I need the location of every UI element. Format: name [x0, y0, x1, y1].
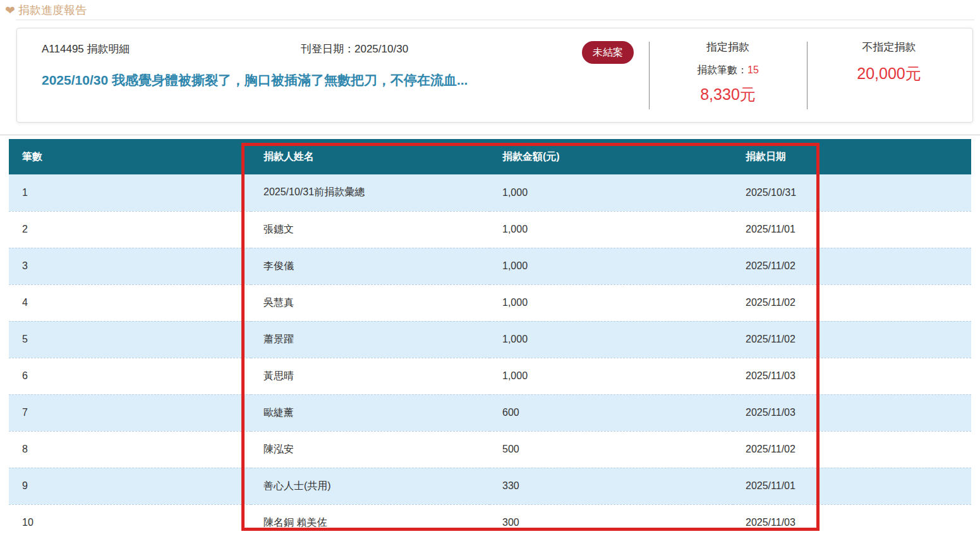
row-number-cell: 8 [9, 431, 251, 468]
amount-cell: 300 [490, 504, 733, 534]
case-summary-card: A114495 捐款明細 刊登日期：2025/10/30 2025/10/30 … [16, 28, 973, 123]
amount-cell: 1,000 [490, 174, 733, 211]
row-number-cell: 1 [9, 174, 251, 211]
date-cell: 2025/11/02 [733, 321, 971, 358]
table-row: 6黃思晴1,0002025/11/03 [9, 358, 971, 394]
date-cell: 2025/11/01 [733, 211, 971, 248]
top-divider [16, 20, 974, 20]
table-top-divider [0, 135, 980, 135]
amount-cell: 1,000 [490, 284, 733, 321]
table-header-row: 筆數 捐款人姓名 捐款金額(元) 捐款日期 [9, 139, 971, 174]
header-donor-name: 捐款人姓名 [251, 139, 490, 174]
amount-cell: 1,000 [490, 211, 733, 248]
date-cell: 2025/11/03 [733, 358, 971, 394]
donor-name-cell: 張鏸文 [251, 211, 490, 248]
heart-icon: ❤ [5, 4, 15, 16]
status-badge: 未結案 [582, 41, 634, 64]
row-number-cell: 2 [9, 211, 251, 248]
designated-count-value: 15 [747, 64, 759, 75]
amount-cell: 500 [490, 431, 733, 468]
vertical-divider [807, 42, 808, 109]
donation-table-body: 12025/10/31前捐款彙總1,0002025/10/312張鏸文1,000… [9, 174, 971, 534]
amount-cell: 330 [490, 468, 733, 504]
amount-cell: 1,000 [490, 248, 733, 284]
undesignated-title: 不指定捐款 [811, 40, 967, 54]
table-row: 3李俊儀1,0002025/11/02 [9, 248, 971, 284]
undesignated-donation-stat: 不指定捐款 20,000元 [811, 40, 967, 84]
donor-name-cell: 李俊儀 [251, 248, 490, 284]
donor-name-cell: 黃思晴 [251, 358, 490, 394]
row-number-cell: 5 [9, 321, 251, 358]
donor-name-cell: 吳慧真 [251, 284, 490, 321]
donation-table: 筆數 捐款人姓名 捐款金額(元) 捐款日期 12025/10/31前捐款彙總1,… [9, 139, 971, 534]
undesignated-amount: 20,000元 [811, 63, 967, 84]
publish-date-label: 刊登日期：2025/10/30 [301, 42, 408, 56]
amount-cell: 1,000 [490, 358, 733, 394]
table-row: 9善心人士(共用)3302025/11/01 [9, 468, 971, 504]
header-amount: 捐款金額(元) [490, 139, 733, 174]
table-row: 10陳名銅 賴美佐3002025/11/03 [9, 504, 971, 534]
date-cell: 2025/11/03 [733, 504, 971, 534]
case-story-link[interactable]: 2025/10/30 我感覺身體被撕裂了，胸口被插滿了無數把刀，不停在流血... [42, 71, 468, 89]
vertical-divider [649, 42, 650, 109]
date-cell: 2025/11/02 [733, 431, 971, 468]
donor-name-cell: 歐緁薰 [251, 394, 490, 431]
donor-name-cell: 陳泓安 [251, 431, 490, 468]
table-row: 5蕭景躍1,0002025/11/02 [9, 321, 971, 358]
date-cell: 2025/11/01 [733, 468, 971, 504]
designated-amount: 8,330元 [652, 84, 804, 105]
row-number-cell: 9 [9, 468, 251, 504]
donor-name-cell: 2025/10/31前捐款彙總 [251, 174, 490, 211]
row-number-cell: 10 [9, 504, 251, 534]
donor-name-cell: 蕭景躍 [251, 321, 490, 358]
header-row-number: 筆數 [9, 139, 251, 174]
date-cell: 2025/11/02 [733, 284, 971, 321]
amount-cell: 600 [490, 394, 733, 431]
amount-cell: 1,000 [490, 321, 733, 358]
row-number-cell: 7 [9, 394, 251, 431]
table-row: 8陳泓安5002025/11/02 [9, 431, 971, 468]
page-title: ❤ 捐款進度報告 [5, 3, 87, 18]
case-id-label: A114495 捐款明細 [42, 42, 130, 56]
donation-progress-page: ❤ 捐款進度報告 A114495 捐款明細 刊登日期：2025/10/30 20… [0, 0, 980, 534]
row-number-cell: 3 [9, 248, 251, 284]
header-date: 捐款日期 [733, 139, 971, 174]
date-cell: 2025/11/03 [733, 394, 971, 431]
designated-count: 捐款筆數：15 [652, 64, 804, 77]
table-row: 7歐緁薰6002025/11/03 [9, 394, 971, 431]
date-cell: 2025/11/02 [733, 248, 971, 284]
designated-donation-stat: 指定捐款 捐款筆數：15 8,330元 [652, 40, 804, 105]
donor-name-cell: 陳名銅 賴美佐 [251, 504, 490, 534]
designated-title: 指定捐款 [652, 40, 804, 54]
donor-name-cell: 善心人士(共用) [251, 468, 490, 504]
designated-count-label: 捐款筆數： [697, 64, 747, 75]
table-row: 12025/10/31前捐款彙總1,0002025/10/31 [9, 174, 971, 211]
row-number-cell: 4 [9, 284, 251, 321]
row-number-cell: 6 [9, 358, 251, 394]
table-row: 4吳慧真1,0002025/11/02 [9, 284, 971, 321]
page-title-text: 捐款進度報告 [18, 3, 87, 18]
date-cell: 2025/10/31 [733, 174, 971, 211]
table-row: 2張鏸文1,0002025/11/01 [9, 211, 971, 248]
